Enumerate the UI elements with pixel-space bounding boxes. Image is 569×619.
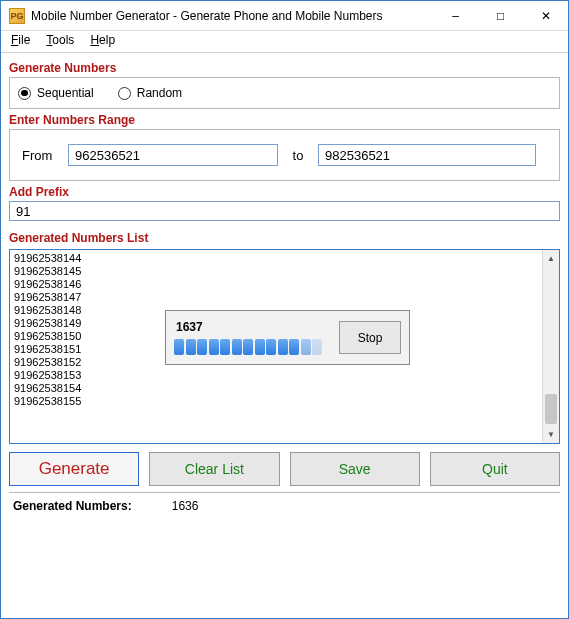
minimize-button[interactable]: – — [433, 1, 478, 30]
progress-bar — [174, 337, 331, 355]
content: Generate Numbers Sequential Random Enter… — [1, 53, 568, 517]
titlebar: PG Mobile Number Generator - Generate Ph… — [1, 1, 568, 31]
window-controls: – □ ✕ — [433, 1, 568, 30]
radio-sequential-label: Sequential — [37, 86, 94, 100]
to-label: to — [288, 148, 308, 163]
clear-list-button[interactable]: Clear List — [149, 452, 279, 486]
button-row: Generate Clear List Save Quit — [9, 444, 560, 492]
progress-dialog: 1637 Stop — [165, 310, 410, 365]
radio-sequential[interactable]: Sequential — [18, 86, 94, 100]
section-generate-title: Generate Numbers — [9, 57, 560, 77]
menu-file[interactable]: File — [11, 33, 30, 52]
window-title: Mobile Number Generator - Generate Phone… — [31, 9, 433, 23]
prefix-input[interactable] — [9, 201, 560, 221]
from-input[interactable] — [68, 144, 278, 166]
app-icon: PG — [9, 8, 25, 24]
save-button[interactable]: Save — [290, 452, 420, 486]
generate-panel: Sequential Random — [9, 77, 560, 109]
stop-button[interactable]: Stop — [339, 321, 401, 354]
radio-row: Sequential Random — [18, 86, 551, 100]
range-panel: From to — [9, 129, 560, 181]
quit-button[interactable]: Quit — [430, 452, 560, 486]
to-input[interactable] — [318, 144, 536, 166]
section-list-title: Generated Numbers List — [9, 227, 560, 247]
progress-count: 1637 — [176, 320, 331, 334]
radio-random-dot — [118, 87, 131, 100]
menu-help[interactable]: Help — [90, 33, 115, 52]
radio-sequential-dot — [18, 87, 31, 100]
scroll-thumb[interactable] — [545, 394, 557, 424]
scroll-down-icon[interactable]: ▼ — [543, 426, 559, 443]
from-label: From — [22, 148, 58, 163]
close-button[interactable]: ✕ — [523, 1, 568, 30]
status-value: 1636 — [172, 499, 199, 513]
menubar: File Tools Help — [1, 31, 568, 53]
generate-button[interactable]: Generate — [9, 452, 139, 486]
scrollbar[interactable]: ▲ ▼ — [542, 250, 559, 443]
radio-random[interactable]: Random — [118, 86, 182, 100]
scroll-up-icon[interactable]: ▲ — [543, 250, 559, 267]
radio-random-label: Random — [137, 86, 182, 100]
status-label: Generated Numbers: — [13, 499, 132, 513]
menu-tools[interactable]: Tools — [46, 33, 74, 52]
section-prefix-title: Add Prefix — [9, 181, 560, 201]
status-row: Generated Numbers: 1636 — [9, 492, 560, 517]
section-range-title: Enter Numbers Range — [9, 109, 560, 129]
maximize-button[interactable]: □ — [478, 1, 523, 30]
list-area: 91962538144 91962538145 91962538146 9196… — [9, 249, 560, 444]
